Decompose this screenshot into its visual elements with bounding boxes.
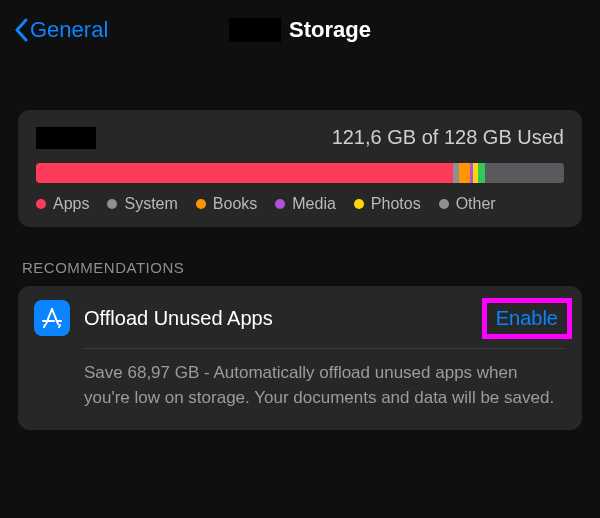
legend-label: Other <box>456 195 496 213</box>
bar-segment-free <box>485 163 564 183</box>
storage-card: 121,6 GB of 128 GB Used AppsSystemBooksM… <box>18 110 582 227</box>
recommendation-description: Save 68,97 GB - Automatically offload un… <box>84 361 566 410</box>
recommendations-header: RECOMMENDATIONS <box>22 259 578 276</box>
legend-label: Books <box>213 195 257 213</box>
svg-line-4 <box>44 325 45 327</box>
navbar: General Storage <box>0 0 600 60</box>
recommendation-title: Offload Unused Apps <box>84 307 474 330</box>
page-title: Storage <box>289 17 371 43</box>
legend-dot-icon <box>107 199 117 209</box>
divider <box>84 348 566 349</box>
legend-item-apps: Apps <box>36 195 89 213</box>
legend-label: System <box>124 195 177 213</box>
bar-segment-apps <box>36 163 453 183</box>
recommendation-row: Offload Unused Apps Enable <box>34 300 566 336</box>
svg-line-5 <box>59 325 60 327</box>
legend-dot-icon <box>439 199 449 209</box>
enable-button[interactable]: Enable <box>496 307 558 329</box>
legend-dot-icon <box>354 199 364 209</box>
storage-legend: AppsSystemBooksMediaPhotosOther <box>36 195 564 213</box>
legend-label: Media <box>292 195 336 213</box>
legend-dot-icon <box>275 199 285 209</box>
redacted-device-name <box>229 18 281 42</box>
legend-label: Apps <box>53 195 89 213</box>
legend-label: Photos <box>371 195 421 213</box>
legend-item-system: System <box>107 195 177 213</box>
recommendation-card: Offload Unused Apps Enable Save 68,97 GB… <box>18 286 582 430</box>
bar-segment-books <box>459 163 470 183</box>
title-group: Storage <box>229 17 371 43</box>
legend-dot-icon <box>196 199 206 209</box>
app-store-icon <box>34 300 70 336</box>
storage-used-text: 121,6 GB of 128 GB Used <box>332 126 564 149</box>
chevron-left-icon <box>14 18 28 42</box>
storage-bar <box>36 163 564 183</box>
legend-item-books: Books <box>196 195 257 213</box>
storage-summary-row: 121,6 GB of 128 GB Used <box>36 126 564 149</box>
redacted-label <box>36 127 96 149</box>
legend-item-photos: Photos <box>354 195 421 213</box>
legend-item-other: Other <box>439 195 496 213</box>
legend-item-media: Media <box>275 195 336 213</box>
back-label: General <box>30 17 108 43</box>
back-button[interactable]: General <box>14 17 108 43</box>
legend-dot-icon <box>36 199 46 209</box>
